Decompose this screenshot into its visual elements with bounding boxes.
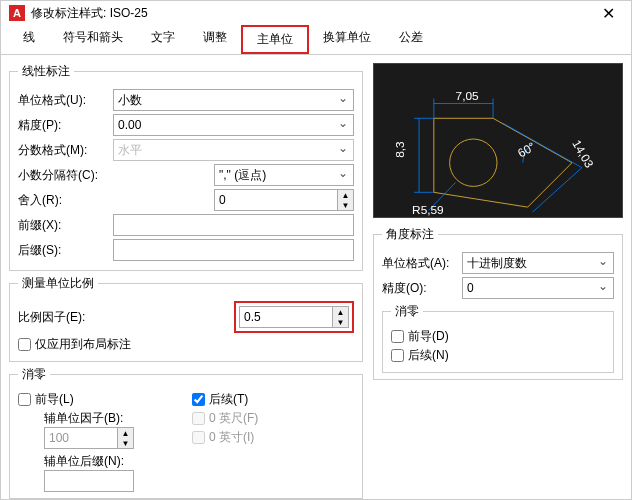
scale-group: 测量单位比例 比例因子(E): ▲▼ 仅应用到布局标注 [9, 275, 363, 362]
sub-suffix-label: 辅单位后缀(N): [44, 453, 180, 470]
tab-symbols[interactable]: 符号和箭头 [49, 25, 137, 54]
feet-label: 0 英尺(F) [209, 410, 258, 427]
angle-leading-checkbox[interactable] [391, 330, 404, 343]
svg-text:14,03: 14,03 [569, 137, 596, 170]
sub-suffix-input [44, 470, 134, 492]
inch-checkbox [192, 431, 205, 444]
suffix-input[interactable] [113, 239, 354, 261]
tab-alt-units[interactable]: 换算单位 [309, 25, 385, 54]
precision-select[interactable]: 0.00 [113, 114, 354, 136]
right-column: 7,05 8,3 R5,59 60° 14,03 角度标注 单位格式(A):十进… [373, 63, 623, 499]
suffix-label: 后缀(S): [18, 242, 113, 259]
tab-lines[interactable]: 线 [9, 25, 49, 54]
angle-prec-label: 精度(O): [382, 280, 462, 297]
titlebar: A 修改标注样式: ISO-25 ✕ [1, 1, 631, 25]
leading-checkbox[interactable] [18, 393, 31, 406]
unit-format-select[interactable]: 小数 [113, 89, 354, 111]
dimension-preview: 7,05 8,3 R5,59 60° 14,03 [373, 63, 623, 218]
tab-text[interactable]: 文字 [137, 25, 189, 54]
feet-checkbox [192, 412, 205, 425]
prefix-label: 前缀(X): [18, 217, 113, 234]
modify-dim-style-dialog: A 修改标注样式: ISO-25 ✕ 线 符号和箭头 文字 调整 主单位 换算单… [0, 0, 632, 500]
trailing-checkbox[interactable] [192, 393, 205, 406]
inch-label: 0 英寸(I) [209, 429, 254, 446]
left-column: 线性标注 单位格式(U):小数 精度(P):0.00 分数格式(M):水平 小数… [9, 63, 363, 499]
dialog-content: 线性标注 单位格式(U):小数 精度(P):0.00 分数格式(M):水平 小数… [1, 55, 631, 500]
layout-only-checkbox[interactable] [18, 338, 31, 351]
tab-fit[interactable]: 调整 [189, 25, 241, 54]
tab-primary-units[interactable]: 主单位 [241, 25, 309, 54]
scale-down-icon[interactable]: ▼ [333, 317, 348, 327]
svg-text:60°: 60° [515, 139, 538, 160]
round-up-icon[interactable]: ▲ [338, 190, 353, 200]
zero-legend: 消零 [18, 366, 50, 383]
app-icon: A [9, 5, 25, 21]
subf-down-icon: ▼ [118, 438, 133, 448]
trailing-label: 后续(T) [209, 391, 248, 408]
svg-text:8,3: 8,3 [393, 141, 407, 158]
svg-text:7,05: 7,05 [456, 89, 479, 103]
round-label: 舍入(R): [18, 192, 113, 209]
angle-unit-label: 单位格式(A): [382, 255, 462, 272]
linear-legend: 线性标注 [18, 63, 74, 80]
svg-point-0 [450, 139, 497, 186]
leading-label: 前导(L) [35, 391, 74, 408]
close-button[interactable]: ✕ [593, 1, 623, 25]
round-down-icon[interactable]: ▼ [338, 200, 353, 210]
angle-trailing-label: 后续(N) [408, 347, 449, 364]
angle-unit-select[interactable]: 十进制度数 [462, 252, 614, 274]
tab-tolerances[interactable]: 公差 [385, 25, 437, 54]
round-input[interactable] [214, 189, 338, 211]
dec-sep-select[interactable]: "," (逗点) [214, 164, 354, 186]
subf-up-icon: ▲ [118, 428, 133, 438]
angle-zero-legend: 消零 [391, 303, 423, 320]
precision-label: 精度(P): [18, 117, 113, 134]
tab-strip: 线 符号和箭头 文字 调整 主单位 换算单位 公差 [1, 25, 631, 55]
layout-only-label: 仅应用到布局标注 [35, 336, 131, 353]
svg-text:R5,59: R5,59 [412, 203, 444, 217]
unit-format-label: 单位格式(U): [18, 92, 113, 109]
scale-legend: 测量单位比例 [18, 275, 98, 292]
angle-prec-select[interactable]: 0 [462, 277, 614, 299]
angle-group: 角度标注 单位格式(A):十进制度数 精度(O):0 消零 前导(D) 后续(N… [373, 226, 623, 380]
sub-factor-label: 辅单位因子(B): [44, 410, 180, 427]
sub-factor-input [44, 427, 118, 449]
zero-suppress-group: 消零 前导(L) 辅单位因子(B): ▲▼ 辅单位后缀(N): 后续(T) 0 [9, 366, 363, 499]
scale-up-icon[interactable]: ▲ [333, 307, 348, 317]
dialog-title: 修改标注样式: ISO-25 [31, 5, 593, 22]
frac-format-label: 分数格式(M): [18, 142, 113, 159]
angle-trailing-checkbox[interactable] [391, 349, 404, 362]
svg-line-9 [533, 168, 582, 212]
prefix-input[interactable] [113, 214, 354, 236]
frac-format-select: 水平 [113, 139, 354, 161]
angle-legend: 角度标注 [382, 226, 438, 243]
scale-factor-input[interactable] [239, 306, 333, 328]
scale-factor-label: 比例因子(E): [18, 309, 113, 326]
angle-zero-group: 消零 前导(D) 后续(N) [382, 303, 614, 373]
angle-leading-label: 前导(D) [408, 328, 449, 345]
linear-group: 线性标注 单位格式(U):小数 精度(P):0.00 分数格式(M):水平 小数… [9, 63, 363, 271]
dec-sep-label: 小数分隔符(C): [18, 167, 113, 184]
